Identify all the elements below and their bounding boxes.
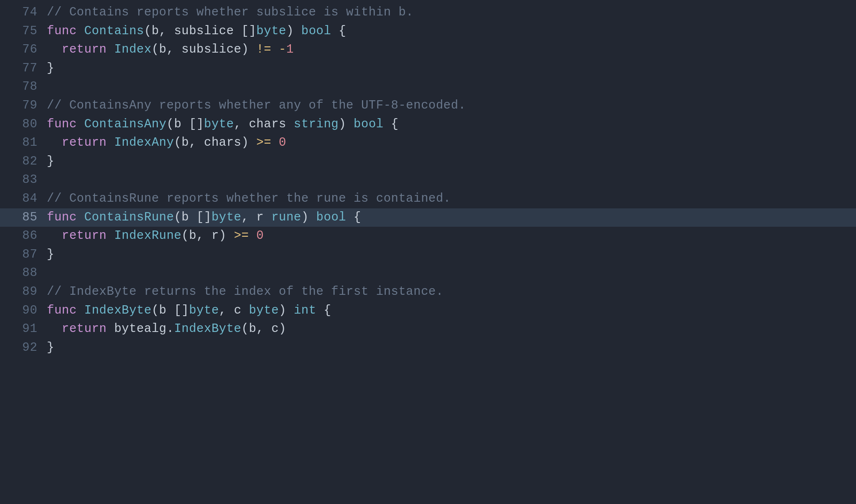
token-kw: func [47,117,77,131]
token-kw: func [47,210,77,224]
token-typ: rune [271,210,301,224]
code-content[interactable]: return Index(b, subslice) != -1 [47,41,294,59]
token-pn: , [196,229,211,243]
token-pn [77,210,84,224]
token-kw: return [62,322,107,336]
token-op: != [256,43,271,56]
token-pn: , [256,322,271,336]
token-typ: byte [204,117,234,131]
token-fn: ContainsAny [84,117,167,131]
code-line[interactable]: 77} [0,59,856,78]
code-line[interactable]: 76 return Index(b, subslice) != -1 [0,41,856,59]
token-fn: Index [114,43,152,56]
token-fn: IndexAny [114,136,174,149]
code-content[interactable]: } [47,339,54,357]
code-content[interactable]: func ContainsAny(b []byte, chars string)… [47,115,399,134]
code-content[interactable]: return bytealg.IndexByte(b, c) [47,320,286,339]
token-typ: string [294,117,339,131]
code-content[interactable]: } [47,246,54,264]
token-pn [249,229,256,243]
token-id: c [271,322,279,336]
code-line[interactable]: 89// IndexByte returns the index of the … [0,283,856,301]
token-pn: ( [166,117,174,131]
token-pn [77,24,84,38]
token-pn: [] [181,117,204,131]
code-line[interactable]: 86 return IndexRune(b, r) >= 0 [0,227,856,246]
token-pn: ) [286,24,301,38]
line-number: 79 [0,96,47,115]
code-line[interactable]: 83 [0,171,856,190]
token-pn: . [166,322,174,336]
token-pn [286,117,294,131]
code-line[interactable]: 87} [0,246,856,264]
code-content[interactable]: // ContainsAny reports whether any of th… [47,96,466,115]
token-pn: ( [144,24,152,38]
token-typ: int [294,304,316,317]
token-kw: return [62,136,107,149]
code-editor[interactable]: 74// Contains reports whether subslice i… [0,0,856,357]
token-id: b [152,24,159,38]
token-cm: // Contains reports whether subslice is … [47,5,413,19]
token-id: subslice [174,24,234,38]
token-id: b [159,43,167,56]
line-number: 82 [0,152,47,171]
token-pn [77,117,84,131]
code-content[interactable]: func ContainsRune(b []byte, r rune) bool… [47,208,361,227]
code-content[interactable]: } [47,59,54,78]
token-id: chars [249,117,286,131]
code-content[interactable]: // IndexByte returns the index of the fi… [47,283,443,301]
token-id: chars [204,136,242,149]
code-content[interactable]: func IndexByte(b []byte, c byte) int { [47,301,331,320]
line-number: 78 [0,78,47,96]
code-line[interactable]: 91 return bytealg.IndexByte(b, c) [0,320,856,339]
code-line[interactable]: 81 return IndexAny(b, chars) >= 0 [0,134,856,152]
code-line[interactable]: 90func IndexByte(b []byte, c byte) int { [0,301,856,320]
token-pn [271,136,279,149]
code-line[interactable]: 80func ContainsAny(b []byte, chars strin… [0,115,856,134]
token-num: 1 [286,43,294,56]
token-pn [47,322,62,336]
code-line[interactable]: 84// ContainsRune reports whether the ru… [0,190,856,208]
code-line[interactable]: 85func ContainsRune(b []byte, r rune) bo… [0,208,856,227]
line-number: 91 [0,320,47,339]
token-pn: { [346,210,361,224]
code-line[interactable]: 79// ContainsAny reports whether any of … [0,96,856,115]
token-pn: { [316,304,331,317]
code-content[interactable]: // ContainsRune reports whether the rune… [47,190,451,208]
code-content[interactable]: // Contains reports whether subslice is … [47,3,413,22]
token-fn: ContainsRune [84,210,174,224]
line-number: 85 [0,208,47,227]
token-pn: { [331,24,346,38]
token-pn [107,322,114,336]
code-line[interactable]: 78 [0,78,856,96]
code-content[interactable]: return IndexRune(b, r) >= 0 [47,227,264,246]
token-pn: ) [339,117,354,131]
code-content[interactable]: func Contains(b, subslice []byte) bool { [47,22,346,41]
line-number: 87 [0,246,47,264]
token-typ: byte [256,24,286,38]
token-id: b [174,117,181,131]
token-pn: } [47,154,54,168]
code-line[interactable]: 82} [0,152,856,171]
token-pn: } [47,61,54,75]
token-typ: byte [249,304,279,317]
token-pn: ( [152,304,159,317]
token-fn: IndexByte [174,322,241,336]
code-line[interactable]: 92} [0,339,856,357]
code-line[interactable]: 74// Contains reports whether subslice i… [0,3,856,22]
token-pn: [] [166,304,189,317]
code-content[interactable]: return IndexAny(b, chars) >= 0 [47,134,286,152]
code-line[interactable]: 88 [0,264,856,283]
token-typ: bool [316,210,346,224]
token-pn: ( [152,43,159,56]
token-id: b [249,322,256,336]
code-content[interactable]: } [47,152,54,171]
token-pn: , [234,117,249,131]
token-op: >= [256,136,271,149]
line-number: 74 [0,3,47,22]
line-number: 76 [0,41,47,59]
line-number: 83 [0,171,47,190]
token-typ: bool [301,24,331,38]
token-id: b [189,229,196,243]
code-line[interactable]: 75func Contains(b, subslice []byte) bool… [0,22,856,41]
